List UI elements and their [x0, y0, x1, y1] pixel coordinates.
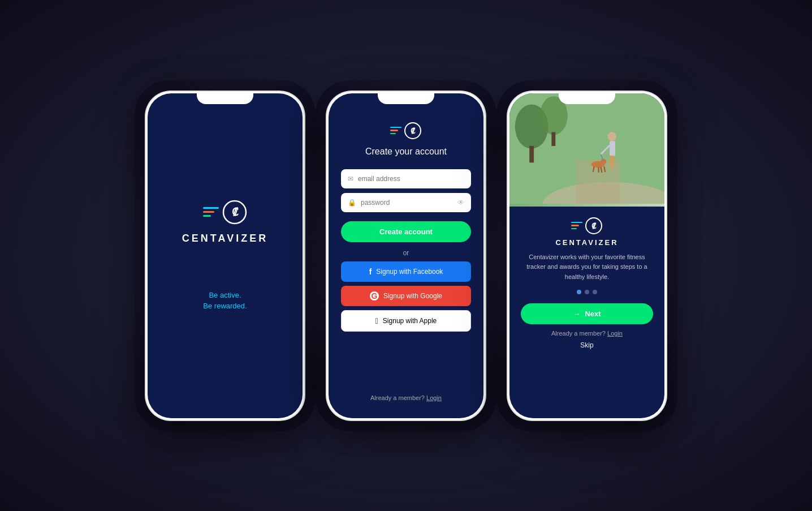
google-label: Signup with Google	[383, 292, 442, 300]
onboarding-content: ₡ CENTAVIZER Centavizer works with your …	[509, 207, 664, 418]
svg-text:₡: ₡	[411, 127, 416, 135]
facebook-icon: f	[369, 267, 372, 276]
email-icon: ✉	[348, 175, 353, 183]
password-input[interactable]	[361, 199, 453, 207]
onboarding-line-orange	[571, 225, 579, 226]
splash-brand-name: CENTAVIZER	[182, 233, 268, 244]
dot-2	[585, 290, 589, 294]
already-member-text: Already a member? Login	[370, 394, 442, 407]
onboarding-hero-image	[509, 93, 664, 207]
coin-icon: ₡	[222, 200, 247, 225]
onboarding-already-label: Already a member?	[551, 330, 606, 337]
onboarding-brand: CENTAVIZER	[555, 238, 618, 247]
tagline-line1: Be active.	[203, 290, 247, 301]
next-arrow-icon: →	[573, 310, 580, 318]
onboarding-login-link[interactable]: Login	[607, 330, 623, 337]
svg-rect-12	[610, 141, 615, 156]
speed-line-cyan	[203, 207, 219, 209]
dot-1	[577, 290, 581, 294]
onboarding-already-member: Already a member? Login	[551, 330, 623, 337]
next-button[interactable]: → Next	[521, 303, 653, 324]
password-field-container[interactable]: 🔒 👁	[341, 193, 471, 212]
lock-icon: 🔒	[348, 199, 356, 207]
phone-register: ₡ Create your account ✉ 🔒 👁 Create accou…	[327, 92, 485, 420]
eye-icon[interactable]: 👁	[457, 199, 464, 207]
splash-tagline: Be active. Be rewarded.	[203, 290, 247, 312]
register-line-orange	[390, 130, 398, 131]
onboarding-description: Centavizer works with your favorite fitn…	[521, 252, 653, 282]
speed-lines-icon	[203, 207, 219, 217]
already-member-label: Already a member?	[370, 394, 425, 401]
splash-logo-area: ₡ CENTAVIZER	[182, 200, 268, 244]
facebook-signup-button[interactable]: f Signup with Facebook	[341, 261, 471, 282]
svg-point-11	[607, 132, 616, 141]
notch-1	[197, 92, 253, 104]
tagline-line2: Be rewarded.	[203, 300, 247, 312]
skip-button[interactable]: Skip	[580, 341, 593, 349]
svg-text:₡: ₡	[591, 222, 597, 230]
svg-text:₡: ₡	[232, 207, 239, 218]
phone-onboarding: ₡ CENTAVIZER Centavizer works with your …	[508, 92, 666, 420]
register-logo: ₡	[390, 122, 422, 140]
apple-label: Signup with Apple	[383, 317, 437, 325]
phone-splash: ₡ CENTAVIZER Be active. Be rewarded.	[146, 92, 304, 420]
or-divider: or	[403, 249, 409, 257]
create-account-button[interactable]: Create account	[341, 221, 471, 242]
apple-signup-button[interactable]:  Signup with Apple	[341, 310, 471, 332]
svg-rect-10	[551, 132, 555, 145]
email-field-container[interactable]: ✉	[341, 169, 471, 188]
speed-line-green	[203, 215, 211, 217]
next-button-label: Next	[585, 310, 601, 318]
onboarding-line-cyan	[571, 222, 582, 224]
register-line-cyan	[390, 127, 401, 128]
notch-3	[559, 92, 615, 104]
svg-rect-8	[529, 145, 534, 162]
apple-icon: 	[375, 316, 378, 325]
notch-2	[378, 92, 434, 104]
onboarding-logo: ₡	[571, 217, 603, 235]
google-signup-button[interactable]: G Signup with Google	[341, 286, 471, 306]
onboarding-line-green	[571, 228, 577, 230]
login-link[interactable]: Login	[426, 394, 442, 401]
park-scene-svg	[509, 93, 664, 204]
onboarding-speed-lines	[571, 222, 582, 230]
onboarding-dots	[577, 290, 597, 294]
dot-3	[593, 290, 597, 294]
onboarding-coin-icon: ₡	[585, 217, 603, 235]
register-line-green	[390, 133, 396, 135]
speed-line-orange	[203, 211, 214, 213]
register-title: Create your account	[365, 147, 447, 157]
register-speed-lines	[390, 127, 401, 135]
google-icon: G	[370, 291, 379, 300]
email-input[interactable]	[358, 175, 464, 183]
splash-logo-icon: ₡	[203, 200, 247, 225]
facebook-label: Signup with Facebook	[376, 268, 443, 276]
register-coin-icon: ₡	[404, 122, 422, 140]
